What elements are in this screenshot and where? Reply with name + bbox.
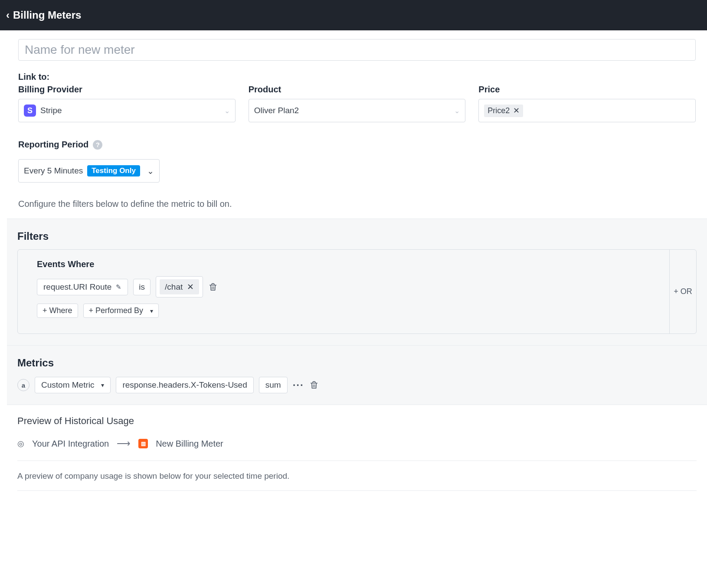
preview-target-text: New Billing Meter <box>156 439 223 449</box>
events-where-label: Events Where <box>37 259 657 269</box>
remove-price-icon[interactable]: ✕ <box>513 107 520 114</box>
preview-heading: Preview of Historical Usage <box>17 415 697 427</box>
stripe-logo-icon: S <box>24 105 36 117</box>
metric-agg-text: sum <box>265 380 281 390</box>
metric-letter-badge: a <box>17 379 29 391</box>
link-to-row: Billing Provider S Stripe ⌄ Product Oliv… <box>18 85 696 122</box>
form-top-section: Link to: Billing Provider S Stripe ⌄ Pro… <box>7 30 707 219</box>
billing-provider-value: Stripe <box>40 106 62 115</box>
filter-field-pill[interactable]: request.URI Route ✎ <box>37 279 128 295</box>
api-integration-icon: ◎ <box>17 439 24 448</box>
filter-add-row: + Where + Performed By <box>37 304 657 318</box>
filter-hint-text: Configure the filters below to define th… <box>18 199 696 209</box>
page-body: Link to: Billing Provider S Stripe ⌄ Pro… <box>0 30 707 519</box>
filter-value-chip: /chat ✕ <box>160 279 199 294</box>
reporting-period-label: Reporting Period ? <box>18 140 696 150</box>
filter-value-container[interactable]: /chat ✕ <box>156 276 203 297</box>
billing-provider-label: Billing Provider <box>18 85 236 95</box>
page-title: Billing Meters <box>13 9 81 21</box>
product-value: Oliver Plan2 <box>254 106 299 115</box>
arrow-right-icon: ⟶ <box>117 438 131 449</box>
product-label: Product <box>249 85 466 95</box>
billing-provider-select[interactable]: S Stripe ⌄ <box>18 99 236 122</box>
metric-type-text: Custom Metric <box>41 380 94 390</box>
filter-operator-text: is <box>139 282 145 292</box>
filter-operator-pill[interactable]: is <box>133 279 151 295</box>
metric-agg-select[interactable]: sum <box>259 377 288 393</box>
billing-provider-column: Billing Provider S Stripe ⌄ <box>18 85 236 122</box>
preview-description: A preview of company usage is shown belo… <box>17 471 697 491</box>
testing-only-badge: Testing Only <box>87 165 140 176</box>
metrics-section: Metrics a Custom Metric response.headers… <box>7 345 707 405</box>
price-chip: Price2 ✕ <box>484 105 523 117</box>
add-performed-by-text: + Performed By <box>89 306 144 315</box>
trash-icon <box>309 380 319 390</box>
topbar: ‹ Billing Meters <box>0 0 707 30</box>
chevron-down-icon: ⌄ <box>147 166 154 176</box>
back-icon[interactable]: ‹ <box>6 9 10 21</box>
preview-section: Preview of Historical Usage ◎ Your API I… <box>7 405 707 501</box>
price-chip-label: Price2 <box>488 106 510 115</box>
filter-condition-row: request.URI Route ✎ is /chat ✕ <box>37 276 657 297</box>
filters-heading: Filters <box>17 230 697 242</box>
add-performed-by-button[interactable]: + Performed By <box>83 304 159 318</box>
filter-value-text: /chat <box>165 282 183 292</box>
filters-box: Events Where request.URI Route ✎ is /cha… <box>17 249 697 334</box>
price-label: Price <box>478 85 696 95</box>
preview-source-text: Your API Integration <box>32 439 109 449</box>
filters-section: Filters Events Where request.URI Route ✎… <box>7 219 707 345</box>
add-or-text: + OR <box>674 287 692 296</box>
reporting-period-row: Reporting Period ? Every 5 Minutes Testi… <box>18 140 696 183</box>
product-column: Product Oliver Plan2 ⌄ <box>249 85 466 122</box>
help-icon[interactable]: ? <box>93 140 102 150</box>
add-or-button[interactable]: + OR <box>669 250 696 333</box>
price-select[interactable]: Price2 ✕ <box>478 99 696 122</box>
add-where-button[interactable]: + Where <box>37 304 78 318</box>
trash-icon <box>208 282 218 292</box>
add-where-text: + Where <box>43 306 72 315</box>
metric-type-select[interactable]: Custom Metric <box>35 377 111 393</box>
product-select[interactable]: Oliver Plan2 ⌄ <box>249 99 466 122</box>
meter-name-input[interactable] <box>18 39 696 61</box>
edit-icon: ✎ <box>116 283 121 291</box>
filters-content: Events Where request.URI Route ✎ is /cha… <box>18 250 669 333</box>
delete-metric-button[interactable] <box>309 380 319 390</box>
filter-field-text: request.URI Route <box>43 282 111 292</box>
reporting-period-select[interactable]: Every 5 Minutes Testing Only ⌄ <box>18 159 160 183</box>
remove-value-icon[interactable]: ✕ <box>187 282 194 292</box>
metric-more-icon[interactable]: ··· <box>293 380 304 390</box>
metric-path-pill[interactable]: response.headers.X-Tokens-Used <box>116 377 253 393</box>
billing-meter-icon: ▥ <box>138 439 148 448</box>
link-to-label: Link to: <box>18 72 696 82</box>
metrics-heading: Metrics <box>17 357 697 369</box>
metric-path-text: response.headers.X-Tokens-Used <box>122 380 247 390</box>
price-column: Price Price2 ✕ <box>478 85 696 122</box>
preview-flow-row: ◎ Your API Integration ⟶ ▥ New Billing M… <box>17 438 697 461</box>
metric-row: a Custom Metric response.headers.X-Token… <box>17 377 697 393</box>
reporting-period-value: Every 5 Minutes <box>24 166 83 176</box>
chevron-down-icon: ⌄ <box>224 107 230 115</box>
delete-filter-button[interactable] <box>208 282 218 292</box>
chevron-down-icon: ⌄ <box>454 107 460 115</box>
reporting-period-text: Reporting Period <box>18 140 88 150</box>
